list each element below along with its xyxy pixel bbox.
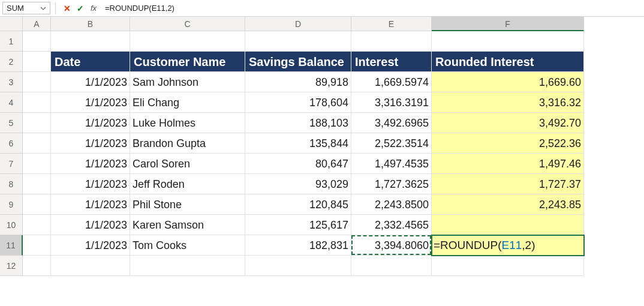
cell-savings[interactable]: 188,103 (245, 113, 351, 133)
cell-savings[interactable]: 135,844 (245, 133, 351, 154)
cell[interactable] (23, 72, 51, 92)
col-header-c[interactable]: C (130, 17, 245, 31)
cell[interactable] (23, 52, 51, 72)
cell[interactable] (23, 215, 51, 235)
row-header[interactable]: 11 (0, 235, 23, 256)
cell-rounded[interactable]: 3,492.70 (432, 113, 584, 133)
cell[interactable] (23, 194, 51, 215)
cell[interactable] (51, 31, 130, 52)
cell-rounded[interactable]: 1,497.46 (432, 154, 584, 174)
table-header-interest[interactable]: Interest (351, 52, 432, 72)
formula-prefix: =ROUNDUP( (434, 239, 501, 251)
cell-name[interactable]: Eli Chang (130, 92, 245, 113)
col-header-d[interactable]: D (245, 17, 351, 31)
cell[interactable] (23, 154, 51, 174)
cell-name[interactable]: Sam Johnson (130, 72, 245, 92)
cell[interactable] (245, 256, 351, 276)
cell-name[interactable]: Luke Holmes (130, 113, 245, 133)
cell-date[interactable]: 1/1/2023 (51, 194, 130, 215)
row-header[interactable]: 10 (0, 215, 23, 235)
cell-rounded[interactable]: 1,669.60 (432, 72, 584, 92)
cell-savings[interactable]: 93,029 (245, 174, 351, 194)
cancel-button[interactable]: ✕ (61, 2, 73, 14)
cell-date[interactable]: 1/1/2023 (51, 215, 130, 235)
cell[interactable] (130, 256, 245, 276)
formula-input[interactable]: =ROUNDUP(E11,2) (100, 2, 642, 14)
cell-savings[interactable]: 182,831 (245, 235, 351, 256)
row-header[interactable]: 2 (0, 52, 23, 72)
row-header[interactable]: 3 (0, 72, 23, 92)
cell-date[interactable]: 1/1/2023 (51, 92, 130, 113)
cell-rounded[interactable]: 2,243.85 (432, 194, 584, 215)
cell-interest[interactable]: 2,243.8500 (351, 194, 432, 215)
cell-date[interactable]: 1/1/2023 (51, 235, 130, 256)
cell-name[interactable]: Karen Samson (130, 215, 245, 235)
col-header-b[interactable]: B (51, 17, 130, 31)
cell[interactable] (23, 31, 51, 52)
cell-interest[interactable]: 3,316.3191 (351, 92, 432, 113)
cell-rounded[interactable] (432, 215, 584, 235)
insert-function-button[interactable]: fx (88, 2, 100, 14)
cell-date[interactable]: 1/1/2023 (51, 113, 130, 133)
cell-savings[interactable]: 89,918 (245, 72, 351, 92)
active-cell-editing[interactable]: =ROUNDUP(E11,2) ROUNDUP(number, num_digi… (432, 235, 584, 256)
cell[interactable] (130, 31, 245, 52)
cell-interest-referenced[interactable]: 3,394.8060 (351, 235, 432, 256)
cell-date[interactable]: 1/1/2023 (51, 154, 130, 174)
cell[interactable] (51, 256, 130, 276)
name-box-value: SUM (7, 4, 24, 13)
cell-name[interactable]: Phil Stone (130, 194, 245, 215)
cell-interest[interactable]: 1,727.3625 (351, 174, 432, 194)
cell-rounded[interactable]: 3,316.32 (432, 92, 584, 113)
cell[interactable] (23, 113, 51, 133)
cell[interactable] (351, 256, 432, 276)
table-header-customer[interactable]: Customer Name (130, 52, 245, 72)
cell-savings[interactable]: 80,647 (245, 154, 351, 174)
cell[interactable] (23, 174, 51, 194)
cell[interactable] (23, 133, 51, 154)
col-header-a[interactable]: A (23, 17, 51, 31)
table-header-rounded[interactable]: Rounded Interest (432, 52, 584, 72)
cell[interactable] (23, 256, 51, 276)
row-header[interactable]: 1 (0, 31, 23, 52)
enter-button[interactable]: ✓ (74, 2, 86, 14)
cell[interactable] (23, 235, 51, 256)
row-header[interactable]: 4 (0, 92, 23, 113)
cell-name[interactable]: Carol Soren (130, 154, 245, 174)
cell-rounded[interactable]: 1,727.37 (432, 174, 584, 194)
cell-name[interactable]: Jeff Roden (130, 174, 245, 194)
cell-interest[interactable]: 2,522.3514 (351, 133, 432, 154)
cell-date[interactable]: 1/1/2023 (51, 72, 130, 92)
col-header-f[interactable]: F (432, 17, 584, 31)
cell[interactable] (245, 31, 351, 52)
cell-name[interactable]: Tom Cooks (130, 235, 245, 256)
row-header[interactable]: 6 (0, 133, 23, 154)
cell-savings[interactable]: 178,604 (245, 92, 351, 113)
cell-interest[interactable]: 1,669.5974 (351, 72, 432, 92)
name-box[interactable]: SUM (2, 2, 50, 14)
cell[interactable] (23, 92, 51, 113)
row-header[interactable]: 7 (0, 154, 23, 174)
cell-interest[interactable]: 3,492.6965 (351, 113, 432, 133)
cell-savings[interactable]: 125,617 (245, 215, 351, 235)
select-all-corner[interactable] (0, 17, 23, 31)
cell-name[interactable]: Brandon Gupta (130, 133, 245, 154)
cell-savings[interactable]: 120,845 (245, 194, 351, 215)
cell-date[interactable]: 1/1/2023 (51, 174, 130, 194)
table-header-date[interactable]: Date (51, 52, 130, 72)
cell-date[interactable]: 1/1/2023 (51, 133, 130, 154)
row-header[interactable]: 12 (0, 256, 23, 276)
cell[interactable] (351, 31, 432, 52)
row-header[interactable]: 8 (0, 174, 23, 194)
formula-bar: SUM ✕ ✓ fx =ROUNDUP(E11,2) (0, 0, 644, 17)
chevron-down-icon (40, 5, 46, 11)
table-header-savings[interactable]: Savings Balance (245, 52, 351, 72)
cell-interest[interactable]: 2,332.4565 (351, 215, 432, 235)
cell-interest[interactable]: 1,497.4535 (351, 154, 432, 174)
row-header[interactable]: 9 (0, 194, 23, 215)
cell[interactable] (432, 256, 584, 276)
cell[interactable] (432, 31, 584, 52)
cell-rounded[interactable]: 2,522.36 (432, 133, 584, 154)
row-header[interactable]: 5 (0, 113, 23, 133)
col-header-e[interactable]: E (351, 17, 432, 31)
